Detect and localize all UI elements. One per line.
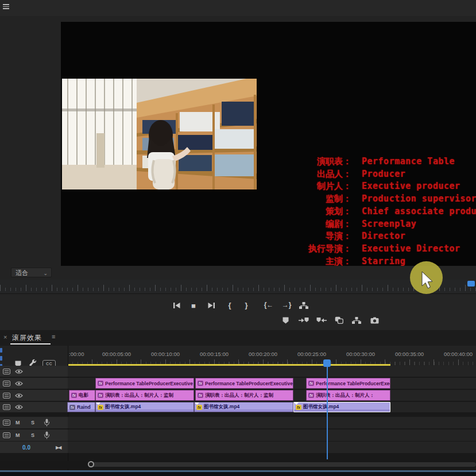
go-to-out-icon[interactable]: →}: [279, 300, 294, 309]
timeline-clip[interactable]: fx电影: [69, 390, 95, 401]
credit-label: 监制：: [288, 194, 351, 204]
audio-track-a1-header[interactable]: MS: [0, 417, 68, 428]
fx-badge-icon: fx: [69, 405, 75, 410]
insert-icon[interactable]: [297, 316, 311, 325]
track-target-icon[interactable]: [3, 393, 10, 398]
timeline-clip[interactable]: fxPerformance TableProducerExec: [306, 378, 390, 389]
tab-close-icon[interactable]: ×: [3, 334, 7, 340]
timeline-clip[interactable]: fx图书馆女孩.mp4: [194, 402, 293, 412]
app-top-bar: [0, 0, 476, 16]
audio-track-a2-header[interactable]: MS: [0, 429, 68, 441]
master-track[interactable]: 0.0▶◀: [0, 442, 476, 453]
clip-label: 演职表：出品人：制片人：: [316, 392, 374, 399]
video-track-v4-header[interactable]: [0, 366, 68, 377]
mute-button[interactable]: M: [16, 420, 20, 425]
fx-badge-icon: fx: [198, 393, 203, 398]
credit-label: 主演：: [288, 256, 351, 266]
monitor-time-ruler[interactable]: [0, 280, 476, 293]
timeline-clip[interactable]: fx图书馆女孩.mp4: [293, 402, 390, 412]
track-visibility-eye-icon[interactable]: [15, 404, 23, 410]
zoom-level-select[interactable]: 适合 ⌄: [11, 268, 52, 277]
credit-value: Executive Director: [362, 243, 460, 254]
clip-label: 图书馆女孩.mp4: [105, 404, 141, 411]
credit-row: 导演：Director: [61, 231, 476, 243]
track-target-icon[interactable]: [3, 420, 10, 425]
credit-row: 出品人：Producer: [61, 169, 476, 181]
timeline-clip[interactable]: fx演职表：出品人：制片人：: [306, 390, 390, 401]
stop-button-icon[interactable]: ■: [188, 301, 199, 310]
video-track-v4[interactable]: [0, 366, 476, 377]
mark-out-icon[interactable]: }: [241, 300, 251, 309]
credit-label: 策划：: [288, 206, 351, 217]
audio-track-a1[interactable]: MS: [0, 417, 476, 428]
voiceover-mic-icon[interactable]: [44, 431, 50, 439]
track-target-icon[interactable]: [3, 404, 10, 410]
track-target-icon[interactable]: [3, 432, 10, 438]
master-gain-value[interactable]: 0.0: [16, 444, 37, 451]
timeline-clip[interactable]: fx演职表：出品人：制片人：监制: [95, 390, 194, 401]
track-target-icon[interactable]: [3, 381, 10, 386]
timeline-horizontal-scrollbar-thumb[interactable]: [91, 462, 476, 467]
program-monitor-panel: 演职表：Performance Table出品人：Producer制片人：Exe…: [0, 16, 476, 293]
credit-row: 编剧：Screenplay: [61, 219, 476, 231]
fx-badge-icon: fx: [308, 393, 314, 398]
keyframe-fit-icon[interactable]: ▶◀: [56, 445, 60, 450]
timeline-clip[interactable]: fx演职表：出品人：制片人：监制: [195, 390, 293, 401]
audio-track-a2[interactable]: MS: [0, 429, 476, 441]
playhead-handle[interactable]: [323, 359, 331, 367]
video-track-v2-header[interactable]: [0, 390, 68, 401]
fx-badge-icon: fx: [196, 405, 202, 410]
mute-button[interactable]: M: [16, 432, 20, 438]
overwrite-icon[interactable]: [315, 316, 328, 325]
clip-label: 演职表：出品人：制片人：监制: [105, 392, 173, 399]
panel-menu-icon[interactable]: ≡: [52, 333, 55, 340]
timeline-panel: × 滚屏效果 ≡ CC :00:0000:00:05:0000:00:10:00…: [0, 330, 476, 476]
active-tab-underline: [10, 343, 51, 345]
solo-button[interactable]: S: [31, 420, 34, 425]
credit-label: 执行导演：: [288, 243, 351, 254]
ruler-timecode-label: 00:00:20:00: [249, 351, 277, 357]
timeline-ruler-labels[interactable]: :00:0000:00:05:0000:00:10:0000:00:15:000…: [68, 351, 476, 359]
timeline-clip[interactable]: fxPerformance TableProducerExecutive pr: [95, 378, 194, 389]
video-track-v3-header[interactable]: [0, 378, 68, 389]
monitor-playhead-marker[interactable]: [467, 281, 475, 287]
export-settings-icon[interactable]: [351, 316, 362, 325]
export-frame-camera-icon[interactable]: [369, 316, 380, 325]
comparison-view-icon[interactable]: [334, 315, 344, 324]
add-marker-icon[interactable]: [280, 316, 291, 325]
zoom-level-value: 适合: [16, 269, 28, 276]
track-visibility-eye-icon[interactable]: [15, 393, 23, 398]
track-target-icon[interactable]: [3, 369, 10, 374]
track-visibility-eye-icon[interactable]: [15, 369, 23, 374]
master-track-header[interactable]: 0.0▶◀: [0, 442, 68, 453]
fx-badge-icon: fx: [198, 381, 203, 386]
timeline-clip[interactable]: fxPerformance TableProducerExecutive pr: [195, 378, 293, 389]
timeline-clip[interactable]: fx图书馆女孩.mp4: [95, 402, 194, 412]
lift-icon[interactable]: [299, 301, 309, 310]
go-to-in-icon[interactable]: {←: [261, 300, 276, 309]
track-visibility-eye-icon[interactable]: [15, 381, 23, 386]
clip-label: 演职表：出品人：制片人：监制: [205, 392, 273, 399]
hamburger-menu-icon[interactable]: [3, 4, 9, 9]
ruler-timecode-label: 00:00:35:00: [395, 351, 424, 357]
timeline-clip[interactable]: fxRaind: [67, 402, 95, 412]
chevron-down-icon: ⌄: [43, 269, 48, 278]
scrollbar-zoom-handle[interactable]: [88, 461, 94, 467]
voiceover-mic-icon[interactable]: [44, 419, 50, 427]
mark-in-icon[interactable]: {: [225, 300, 235, 309]
credit-label: 编剧：: [288, 219, 351, 230]
tab-title[interactable]: 滚屏效果: [12, 333, 42, 343]
solo-button[interactable]: S: [31, 432, 34, 438]
video-track-v1-header[interactable]: [0, 402, 68, 412]
credit-label: 制片人：: [288, 181, 351, 192]
ruler-timecode-label: 00:00:15:00: [200, 351, 229, 357]
step-back-icon[interactable]: [171, 301, 181, 310]
program-monitor-viewport[interactable]: 演职表：Performance Table出品人：Producer制片人：Exe…: [61, 22, 476, 266]
fx-badge-icon: fx: [308, 381, 314, 386]
credit-label: 演职表：: [288, 156, 351, 167]
credit-row: 主演：Starring: [61, 256, 476, 266]
credit-value: Starring: [362, 256, 405, 266]
step-forward-icon[interactable]: [206, 301, 216, 310]
ruler-timecode-label: 00:00:30:00: [346, 351, 375, 357]
playhead-line[interactable]: [327, 360, 328, 459]
